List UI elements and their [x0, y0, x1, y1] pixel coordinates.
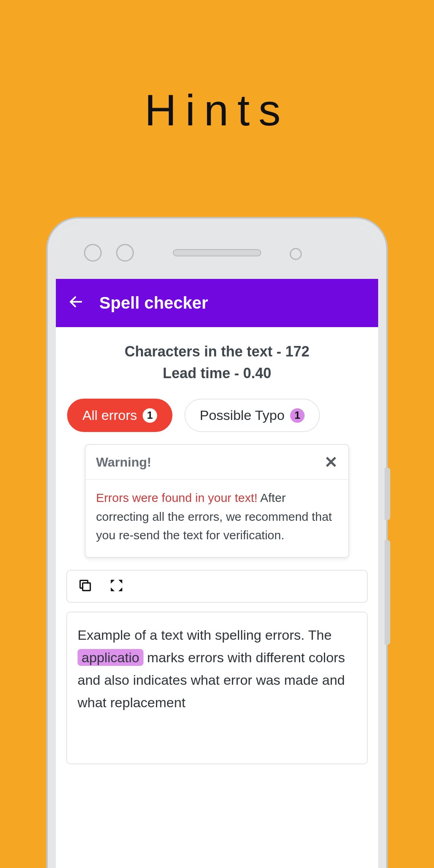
hw-side-button — [385, 540, 390, 645]
text-preview[interactable]: Example of a text with spelling errors. … — [66, 612, 368, 764]
app-screen: Spell checker Characters in the text - 1… — [56, 279, 378, 868]
camera-icon — [84, 244, 102, 262]
filter-pills: All errors 1 Possible Typo 1 — [56, 395, 378, 444]
app-title: Spell checker — [99, 293, 208, 313]
speaker-grille — [173, 249, 261, 256]
char-count-label: Characters in the text - 172 — [64, 341, 370, 362]
error-highlight[interactable]: applicatio — [78, 649, 143, 666]
text-toolbar — [66, 570, 368, 603]
promo-title: Hints — [0, 0, 434, 135]
hw-side-button — [385, 468, 390, 520]
sensor-icon — [290, 248, 302, 260]
text-pre: Example of a text with spelling errors. … — [78, 627, 332, 643]
stats-block: Characters in the text - 172 Lead time -… — [56, 327, 378, 395]
filter-count-badge: 1 — [290, 408, 305, 423]
lead-time-label: Lead time - 0.40 — [64, 362, 370, 384]
svg-rect-1 — [83, 583, 90, 590]
warning-header: Warning! ✕ — [86, 445, 348, 480]
warning-card: Warning! ✕ Errors were found in your tex… — [85, 444, 349, 558]
warning-title: Warning! — [96, 455, 151, 470]
filter-possible-typo[interactable]: Possible Typo 1 — [184, 399, 320, 432]
filter-label: All errors — [82, 407, 137, 423]
back-arrow-icon[interactable] — [68, 294, 84, 313]
filter-all-errors[interactable]: All errors 1 — [67, 399, 172, 432]
filter-count-badge: 1 — [143, 408, 157, 423]
warning-body: Errors were found in your text! After co… — [86, 480, 348, 557]
close-icon[interactable]: ✕ — [324, 453, 338, 471]
copy-icon[interactable] — [78, 578, 93, 595]
expand-icon[interactable] — [109, 578, 124, 595]
phone-top-hardware — [56, 227, 378, 279]
camera-icon — [116, 244, 134, 262]
warning-lead-text: Errors were found in your text! — [96, 491, 258, 504]
filter-label: Possible Typo — [200, 407, 285, 423]
phone-inner: Spell checker Characters in the text - 1… — [56, 227, 378, 868]
app-bar: Spell checker — [56, 279, 378, 327]
phone-frame: Spell checker Characters in the text - 1… — [46, 217, 388, 868]
